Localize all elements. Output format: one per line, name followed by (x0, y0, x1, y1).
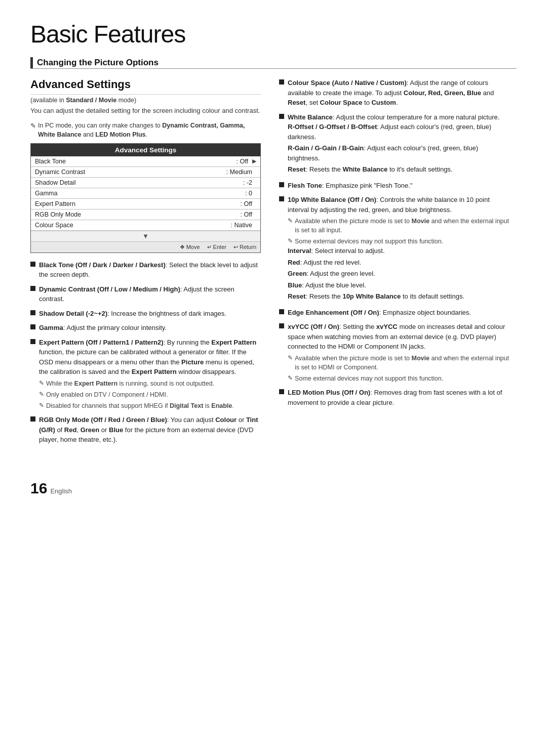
bullet-square (30, 262, 35, 267)
sub-note: ✎ While the Expert Pattern is running, s… (39, 379, 261, 388)
bullet-square (30, 416, 35, 422)
adv-table-header: Advanced Settings (31, 144, 260, 156)
section-header: Changing the Picture Options (30, 57, 517, 69)
right-column: Colour Space (Auto / Native / Custom): A… (279, 78, 510, 449)
two-col-layout: Advanced Settings (available in Standard… (30, 78, 517, 449)
page-number: 16 (30, 480, 47, 497)
bullet-item-shadow-detail: Shadow Detail (-2~+2): Increase the brig… (30, 309, 261, 319)
sub-note: ✎ Some external devices may not support … (288, 237, 510, 246)
bullet-item-xvycc: xvYCC (Off / On): Setting the xvYCC mode… (279, 322, 510, 383)
adv-table-row: Colour Space : Native (31, 220, 260, 231)
bullet-item-colour-space: Colour Space (Auto / Native / Custom): A… (279, 78, 510, 108)
bullet-item-led-motion-plus: LED Motion Plus (Off / On): Removes drag… (279, 388, 510, 407)
pencil-icon: ✎ (30, 121, 36, 131)
page-language: English (50, 487, 72, 495)
sub-item: R-Gain / G-Gain / B-Gain: Adjust each co… (288, 143, 510, 163)
bullet-item-rgb-only-mode: RGB Only Mode (Off / Red / Green / Blue)… (30, 415, 261, 445)
sub-item: Green: Adjust the green level. (288, 269, 510, 279)
sub-note: ✎ Some external devices may not support … (288, 374, 510, 383)
advanced-settings-table: Advanced Settings Black Tone : Off ▶ Dyn… (30, 143, 261, 253)
bullet-square (30, 286, 35, 291)
bullet-item-dynamic-contrast: Dynamic Contrast (Off / Low / Medium / H… (30, 284, 261, 304)
adv-table-footer: ❖ Move ↵ Enter ↩ Return (31, 241, 260, 253)
bullet-square (279, 389, 284, 394)
right-bullet-list: Colour Space (Auto / Native / Custom): A… (279, 78, 510, 407)
bullet-square (30, 339, 35, 344)
adv-table-row: Gamma : 0 (31, 188, 260, 199)
available-note: (available in Standard / Movie mode) (30, 97, 261, 104)
sub-item: R-Offset / G-Offset / B-Offset: Adjust e… (288, 122, 510, 142)
adv-table-row: Shadow Detail : -2 (31, 178, 260, 188)
bullet-item-edge-enhancement: Edge Enhancement (Off / On): Emphasize o… (279, 308, 510, 318)
section-header-bar (30, 57, 33, 68)
adv-table-scroll-indicator: ▼ (31, 231, 260, 241)
bullet-square (279, 309, 284, 314)
bullet-square (30, 324, 35, 329)
sub-item: Red: Adjust the red level. (288, 258, 510, 268)
bullet-item-white-balance: White Balance: Adjust the colour tempera… (279, 112, 510, 176)
bullet-square (30, 310, 35, 315)
subsection-title: Advanced Settings (30, 78, 261, 95)
sub-item: Reset: Resets the White Balance to it's … (288, 164, 510, 175)
sub-item: Interval: Select interval to adjust. (288, 246, 510, 256)
bullet-square (279, 79, 284, 85)
left-column: Advanced Settings (available in Standard… (30, 78, 261, 449)
bullet-square (279, 114, 284, 119)
sub-note: ✎ Available when the picture mode is set… (288, 354, 510, 372)
section-header-title: Changing the Picture Options (37, 58, 159, 68)
sub-item: Blue: Adjust the blue level. (288, 280, 510, 290)
bullet-square (279, 323, 284, 328)
sub-item: Reset: Resets the 10p White Balance to i… (288, 291, 510, 302)
sub-note: ✎ Disabled for channels that support MHE… (39, 401, 261, 410)
bullet-item-black-tone: Black Tone (Off / Dark / Darker / Darkes… (30, 260, 261, 280)
left-bullet-list: Black Tone (Off / Dark / Darker / Darkes… (30, 260, 261, 445)
bullet-item-expert-pattern: Expert Pattern (Off / Pattern1 / Pattern… (30, 338, 261, 410)
bullet-item-10p-white-balance: 10p White Balance (Off / On): Controls t… (279, 195, 510, 303)
adv-table-row: RGB Only Mode : Off (31, 209, 260, 220)
page-footer: 16 English (30, 480, 517, 497)
page-title: Basic Features (30, 20, 517, 48)
sub-note: ✎ Only enabled on DTV / Component / HDMI… (39, 390, 261, 399)
bullet-item-flesh-tone: Flesh Tone: Emphasize pink "Flesh Tone." (279, 181, 510, 191)
pc-note-block: ✎ In PC mode, you can only make changes … (30, 121, 261, 139)
sub-note: ✎ Available when the picture mode is set… (288, 217, 510, 235)
description-text: You can adjust the detailed setting for … (30, 106, 261, 116)
bullet-square (279, 196, 284, 201)
adv-table-row: Dynamic Contrast : Medium (31, 167, 260, 178)
bullet-square (279, 182, 284, 187)
adv-table-row: Expert Pattern : Off (31, 199, 260, 209)
adv-table-row: Black Tone : Off ▶ (31, 156, 260, 167)
pc-note-text: In PC mode, you can only make changes to… (38, 121, 261, 139)
bullet-item-gamma: Gamma: Adjust the primary colour intensi… (30, 323, 261, 333)
